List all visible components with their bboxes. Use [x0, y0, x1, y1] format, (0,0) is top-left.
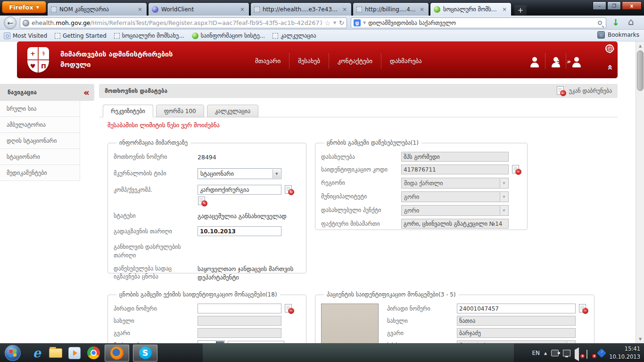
bookmark-information-system[interactable]: საინფორმაციო სისტე...	[192, 33, 265, 39]
start-button[interactable]	[5, 345, 21, 361]
close-button[interactable]: x	[622, 1, 642, 10]
url-dropdown-icon[interactable]: ▼	[333, 21, 336, 25]
collapse-header-chevrons-icon[interactable]: «	[605, 65, 616, 70]
component-lookup-icon[interactable]: ↻	[284, 185, 294, 195]
downloads-icon[interactable]: ↓	[612, 17, 619, 27]
nav-home[interactable]: მთავარი	[247, 53, 289, 69]
show-bookmarks-button[interactable]: ☆ Bookmarks	[597, 31, 639, 39]
skype-taskbar-button[interactable]: S	[133, 345, 157, 362]
restore-button[interactable]: ❐	[607, 1, 621, 10]
url-bar[interactable]: ehealth.moh.gov.ge/Hmis/ReferralsTest/Pa…	[20, 17, 347, 28]
logout-button[interactable]	[566, 53, 586, 69]
status-value: გადაცემულია განსახილველად	[198, 211, 287, 221]
user-list-icon	[551, 57, 561, 67]
folder-icon	[49, 348, 62, 358]
nav-about[interactable]: შესახებ	[289, 53, 329, 69]
network-icon[interactable]	[563, 350, 570, 356]
patient-pn-input[interactable]	[457, 304, 576, 313]
go-back-button[interactable]: ← უკან დაბრუნება	[556, 86, 612, 96]
issuer-legend: ცნობის გამცემი დაწესებულება(1)	[324, 140, 421, 146]
language-indicator[interactable]: EN	[532, 350, 540, 356]
firefox-taskbar-button[interactable]	[105, 345, 129, 362]
media-player-button[interactable]	[65, 344, 84, 362]
referral-info-fieldset: ინფორმაცია მიმართვაზე მოთხოვნის ნომერი 2…	[107, 140, 306, 273]
issuer-id-input	[401, 165, 509, 174]
bookmark-getting-started[interactable]: Getting Started	[55, 33, 107, 39]
doctor-pn-clear-icon[interactable]: −	[284, 304, 294, 313]
component-input[interactable]	[198, 185, 281, 195]
home-icon[interactable]: ⌂	[628, 16, 634, 27]
new-tab-button[interactable]: +	[514, 5, 527, 15]
site-identity-icon[interactable]	[23, 20, 29, 26]
sidebar-item-day-hospital[interactable]: დღის სტაციონარი	[0, 133, 80, 149]
tab-close-icon[interactable]: ×	[501, 6, 508, 13]
search-icon[interactable]	[598, 21, 602, 25]
dropbox-icon[interactable]	[597, 348, 606, 358]
bookmark-most-visited[interactable]: Most Visited	[4, 33, 47, 39]
tab-close-icon[interactable]: ×	[419, 6, 425, 13]
back-badge-icon: ←	[560, 90, 566, 96]
sidebar-item-ambulatory[interactable]: ამბულატორია	[0, 117, 80, 133]
search-engine-dropdown-icon[interactable]: ▼	[363, 21, 366, 25]
reload-icon[interactable]: ↻	[339, 19, 344, 26]
scroll-up-icon[interactable]: ▲	[636, 42, 644, 49]
browser-tab-worldclient[interactable]: WorldClient ×	[148, 2, 249, 16]
send-date-input[interactable]	[198, 226, 281, 236]
tab-requisites[interactable]: რეკვიზიტები	[103, 105, 153, 117]
minimize-button[interactable]: –	[593, 1, 606, 10]
tray-expand-icon[interactable]: ▲	[544, 351, 547, 355]
doctor-pn-input[interactable]	[198, 304, 281, 313]
sidebar-collapse-icon[interactable]: «	[83, 88, 90, 97]
user-profile-button[interactable]	[524, 53, 545, 69]
browser-tab-billing[interactable]: http://billing....44-fdb46d45c493 ×	[353, 2, 429, 16]
tab-form-100[interactable]: ფორმა 100	[156, 105, 204, 117]
file-explorer-button[interactable]	[46, 344, 65, 362]
action-center-flag-icon[interactable]: x	[586, 350, 594, 356]
browser-tab-social-active[interactable]: სოციალური მომსახურების საა... ×	[430, 2, 512, 16]
internet-explorer-button[interactable]: e	[27, 344, 46, 362]
scroll-down-icon[interactable]: ▼	[636, 335, 644, 343]
page-scrollbar[interactable]: ▲ ▼	[636, 41, 644, 343]
search-bar[interactable]: g ▼	[351, 17, 606, 28]
nav-help[interactable]: დახმარება	[381, 53, 430, 69]
scrollbar-thumb[interactable]	[637, 50, 644, 91]
nav-contacts[interactable]: კონტაქტები	[329, 53, 381, 69]
treatment-type-select[interactable]: სტაციონარი ▼	[198, 168, 281, 179]
skype-icon: S	[139, 346, 152, 359]
bookmark-calculation[interactable]: კალკულაცია	[272, 33, 316, 39]
issuer-id-clear-icon[interactable]: −	[512, 165, 521, 174]
language-globe-icon[interactable]	[605, 44, 614, 53]
ministry-logo-icon[interactable]: + ⚕ ♥ Π	[27, 47, 49, 73]
logo-caduceus-icon: ⚕	[38, 47, 49, 60]
sidebar-item-medications[interactable]: მედიკამენტები	[0, 165, 80, 181]
tab-close-icon[interactable]: ×	[137, 6, 143, 13]
firefox-icon	[110, 346, 124, 360]
firefox-menu-button[interactable]: Firefox ▼	[2, 1, 46, 13]
tab-calculation[interactable]: კალკულაცია	[207, 105, 258, 117]
component-label: კომპ/ქვეკომპ.	[114, 185, 198, 194]
user-list-button[interactable]	[545, 53, 566, 69]
patient-pn-label: პირადი ნომერი	[387, 304, 457, 313]
tab-close-icon[interactable]: ×	[239, 6, 246, 13]
google-engine-icon[interactable]: g	[354, 19, 361, 26]
patient-photo	[321, 304, 379, 343]
chevron-down-icon: ▼	[500, 192, 508, 201]
bookmark-social-service[interactable]: სოციალური მომსახუ...	[114, 33, 184, 39]
volume-muted-icon[interactable]: x	[575, 350, 582, 356]
search-input[interactable]	[368, 20, 595, 26]
url-text[interactable]: ehealth.moh.gov.ge/Hmis/ReferralsTest/Pa…	[32, 19, 322, 26]
chrome-button[interactable]	[84, 344, 103, 362]
sidebar-item-hospital[interactable]: სტაციონარი	[0, 149, 80, 165]
component-edit-icon[interactable]: ✎	[198, 197, 207, 206]
tab-close-icon[interactable]: ×	[341, 6, 348, 13]
patient-pn-clear-icon[interactable]: −	[578, 304, 588, 313]
chevron-down-icon: ▼	[500, 206, 508, 215]
bookmark-star-icon[interactable]: ☆	[324, 19, 330, 27]
back-button[interactable]: ←	[4, 16, 17, 29]
taskbar-clock[interactable]: 15:41 10.10.2013	[609, 345, 640, 362]
browser-tab-ehealth[interactable]: http://ehealth....e3-7e43813eb2e6 ×	[250, 2, 352, 16]
power-plug-icon[interactable]	[551, 350, 559, 356]
sidebar-item-full-list[interactable]: სრული სია	[0, 101, 80, 117]
browser-tab-nom[interactable]: NOM კანცელარია ×	[47, 2, 147, 16]
url-path: /Hmis/ReferralsTest/Pages/Register.aspx?…	[91, 19, 322, 26]
